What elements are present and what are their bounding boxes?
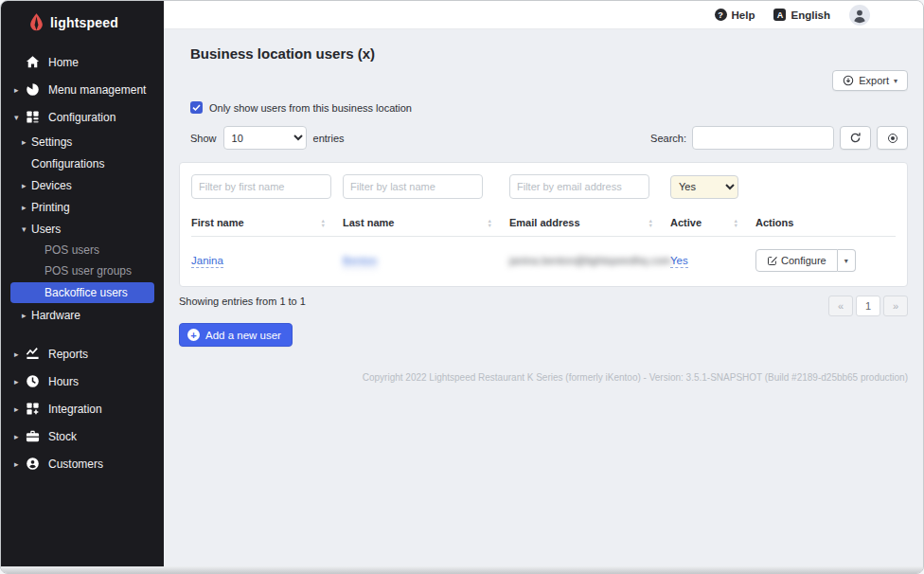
column-header-email[interactable]: Email address▲▼ xyxy=(509,208,670,237)
sidebar-item-backoffice-users[interactable]: Backoffice users xyxy=(10,282,154,303)
sidebar-item-users[interactable]: ▾ Users xyxy=(1,218,164,240)
customers-icon xyxy=(26,457,40,471)
export-label: Export xyxy=(859,75,889,86)
sidebar-item-label: Stock xyxy=(48,430,77,443)
caret-down-icon: ▾ xyxy=(14,113,26,122)
add-new-user-button[interactable]: + Add a new user xyxy=(179,323,293,347)
sidebar-nav: Home ▸ Menu management ▾ Configuration ▸… xyxy=(1,43,164,477)
logo: lightspeed xyxy=(1,1,164,43)
sort-icon[interactable]: ▲▼ xyxy=(488,217,492,227)
column-label: First name xyxy=(191,217,244,228)
sidebar-item-hardware[interactable]: ▸ Hardware xyxy=(1,304,164,326)
column-visibility-button[interactable] xyxy=(877,126,908,150)
configuration-icon xyxy=(26,110,40,124)
caret-right-icon: ▸ xyxy=(14,459,26,469)
configure-button[interactable]: Configure xyxy=(755,249,838,272)
chevron-down-icon: ▾ xyxy=(894,77,897,85)
caret-right-icon: ▸ xyxy=(14,350,26,359)
show-label: Show xyxy=(190,133,217,144)
export-row: Export ▾ xyxy=(179,70,908,91)
sidebar-item-label: Printing xyxy=(31,201,70,214)
configure-split-button: Configure ▾ xyxy=(755,249,856,272)
sidebar-item-label: Devices xyxy=(31,179,72,192)
sidebar-item-settings[interactable]: ▸ Settings xyxy=(1,131,164,152)
avatar-icon[interactable] xyxy=(849,5,870,26)
column-label: Last name xyxy=(343,217,394,228)
configure-dropdown-button[interactable]: ▾ xyxy=(838,249,856,272)
refresh-button[interactable] xyxy=(840,126,871,150)
filter-last-name-input[interactable] xyxy=(343,174,483,199)
main-area: ? Help A English Business location users… xyxy=(164,1,923,566)
help-menu[interactable]: ? Help xyxy=(715,9,755,21)
sidebar-item-label: Home xyxy=(48,56,79,69)
sidebar-item-label: POS users xyxy=(44,243,99,257)
sidebar-item-menu-management[interactable]: ▸ Menu management xyxy=(1,76,164,103)
sidebar-item-reports[interactable]: ▸ Reports xyxy=(1,340,164,368)
fisheye-icon xyxy=(888,134,897,143)
entries-label: entries xyxy=(313,133,345,144)
filter-first-name-input[interactable] xyxy=(191,174,331,199)
sidebar-item-hours[interactable]: ▸ Hours xyxy=(1,368,164,395)
reports-icon xyxy=(26,347,40,361)
column-label: Active xyxy=(670,217,702,228)
sidebar-item-stock[interactable]: ▸ Stock xyxy=(1,422,164,450)
column-header-active[interactable]: Active▲▼ xyxy=(670,208,755,237)
sidebar: lightspeed Home ▸ Menu management ▾ Conf… xyxy=(1,1,164,566)
sidebar-item-label: Reports xyxy=(48,348,88,361)
checkbox-label: Only show users from this business locat… xyxy=(209,102,412,114)
sort-icon[interactable]: ▲▼ xyxy=(734,217,738,227)
hours-icon xyxy=(26,374,40,388)
column-header-first-name[interactable]: First name▲▼ xyxy=(191,208,343,237)
menu-management-icon xyxy=(26,82,40,97)
search-label: Search: xyxy=(650,133,686,144)
sidebar-item-label: Settings xyxy=(31,135,72,149)
sort-icon[interactable]: ▲▼ xyxy=(321,217,326,227)
sidebar-item-pos-users[interactable]: POS users xyxy=(1,240,164,260)
sidebar-item-configurations[interactable]: Configurations xyxy=(1,152,164,174)
page-content: Business location users (x) Export ▾ On xyxy=(164,29,923,566)
app-window: lightspeed Home ▸ Menu management ▾ Conf… xyxy=(0,0,924,574)
sidebar-item-printing[interactable]: ▸ Printing xyxy=(1,196,164,218)
user-active-link[interactable]: Yes xyxy=(670,255,688,268)
sidebar-item-pos-user-groups[interactable]: POS user groups xyxy=(1,260,164,281)
sidebar-item-home[interactable]: Home xyxy=(1,48,164,76)
caret-right-icon: ▸ xyxy=(22,311,31,320)
column-header-last-name[interactable]: Last name▲▼ xyxy=(343,208,509,237)
user-first-name-link[interactable]: Janina xyxy=(191,255,223,268)
show-entries-group: Show 10 entries xyxy=(190,126,345,150)
filter-active-select[interactable]: Yes xyxy=(670,175,738,199)
caret-right-icon: ▸ xyxy=(22,137,31,147)
language-label: English xyxy=(791,9,830,21)
sort-icon[interactable]: ▲▼ xyxy=(649,217,653,227)
pagination-page-1-button[interactable]: 1 xyxy=(856,296,880,316)
column-header-actions: Actions xyxy=(755,208,896,237)
configure-label: Configure xyxy=(781,255,826,266)
showing-entries-text: Showing entries from 1 to 1 xyxy=(179,296,306,307)
filter-email-input[interactable] xyxy=(509,174,649,199)
chevron-down-icon: ▾ xyxy=(844,257,848,265)
header-row: First name▲▼ Last name▲▼ Email address▲▼… xyxy=(191,208,896,237)
copyright-text: Copyright 2022 Lightspeed Restaurant K S… xyxy=(179,372,908,383)
pagination-prev-button[interactable]: « xyxy=(828,296,853,316)
only-show-checkbox[interactable] xyxy=(190,101,203,114)
pagination-next-button[interactable]: » xyxy=(883,296,908,316)
checkbox-check-icon xyxy=(192,104,201,111)
sidebar-item-integration[interactable]: ▸ Integration xyxy=(1,395,164,422)
caret-right-icon: ▸ xyxy=(14,85,26,95)
stock-icon xyxy=(26,429,40,443)
caret-right-icon: ▸ xyxy=(14,404,26,414)
user-last-name-link-blurred[interactable]: Benton xyxy=(343,255,377,268)
sidebar-item-configuration[interactable]: ▾ Configuration xyxy=(1,103,164,131)
sidebar-item-label: POS user groups xyxy=(44,264,132,278)
sidebar-item-label: Menu management xyxy=(48,83,146,97)
sidebar-item-devices[interactable]: ▸ Devices xyxy=(1,174,164,196)
column-label: Actions xyxy=(755,217,793,228)
caret-right-icon: ▸ xyxy=(14,432,26,441)
sidebar-item-customers[interactable]: ▸ Customers xyxy=(1,450,164,477)
export-button[interactable]: Export ▾ xyxy=(832,70,908,91)
page-size-select[interactable]: 10 xyxy=(223,126,307,150)
plus-circle-icon: + xyxy=(187,329,200,341)
user-email-blurred: janina.benton@lightspeedhq.com xyxy=(509,255,671,266)
search-input[interactable] xyxy=(692,126,834,150)
language-menu[interactable]: A English xyxy=(773,9,830,21)
